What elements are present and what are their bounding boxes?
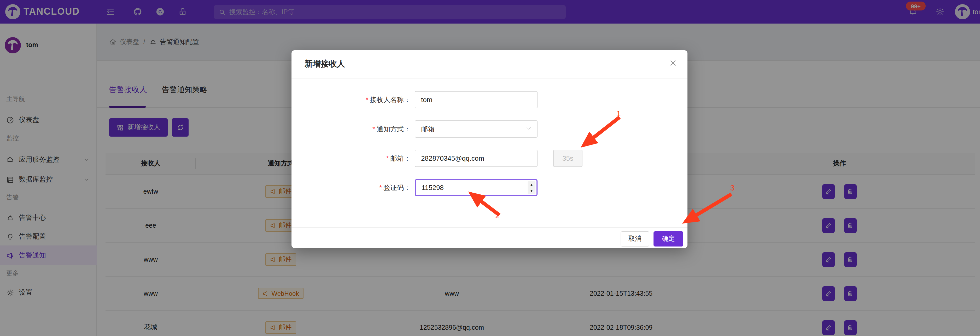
recipient-name-input[interactable] <box>415 91 538 108</box>
modal-footer-divider <box>291 227 687 228</box>
modal-title: 新增接收人 <box>305 59 345 70</box>
code-field-label: 验证码： <box>383 184 410 192</box>
number-spinner[interactable]: ▲ ▼ <box>528 181 535 194</box>
form-row-name: *接收人名称： <box>291 91 687 108</box>
form-row-code: *验证码： ▲ ▼ <box>291 179 687 196</box>
notify-type-select[interactable]: 邮箱 <box>415 120 538 138</box>
spinner-up-icon[interactable]: ▲ <box>528 181 535 188</box>
close-icon[interactable] <box>669 59 679 69</box>
modal-header-divider <box>291 78 687 79</box>
send-code-countdown-button[interactable]: 35s <box>553 150 582 167</box>
name-field-label: 接收人名称： <box>370 96 410 104</box>
form-row-notify-type: *通知方式： 邮箱 <box>291 120 687 138</box>
email-input[interactable] <box>415 150 538 167</box>
chevron-down-icon <box>525 125 532 133</box>
confirm-button[interactable]: 确定 <box>654 231 683 246</box>
cancel-button[interactable]: 取消 <box>620 231 649 246</box>
form-row-email: *邮箱： 35s <box>291 150 687 167</box>
notify-field-label: 通知方式： <box>377 125 410 133</box>
required-mark: * <box>379 184 382 192</box>
required-mark: * <box>366 96 368 104</box>
spinner-down-icon[interactable]: ▼ <box>528 188 535 194</box>
verify-code-input[interactable] <box>415 179 538 196</box>
add-recipient-modal: 新增接收人 *接收人名称： *通知方式： 邮箱 *邮箱： 35s *验证码： <box>291 50 687 248</box>
app-root: TANCLOUD G 99+ tom <box>0 0 980 336</box>
required-mark: * <box>386 154 389 162</box>
required-mark: * <box>372 125 375 133</box>
email-field-label: 邮箱： <box>390 154 410 162</box>
notify-type-value: 邮箱 <box>421 124 434 134</box>
